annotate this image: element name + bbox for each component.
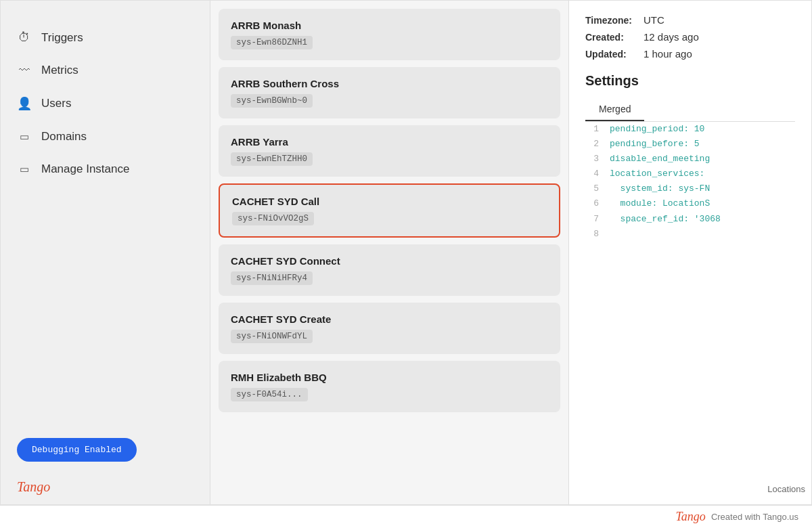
code-line-4: 4 location_services: bbox=[585, 167, 795, 181]
list-item-id: sys-FNiONWFdYL bbox=[231, 330, 313, 343]
line-code-7: space_ref_id: '3068 bbox=[610, 212, 721, 227]
code-line-1: 1 pending_period: 10 bbox=[585, 122, 795, 137]
timezone-value: UTC bbox=[644, 14, 664, 26]
line-code-4: location_services: bbox=[610, 167, 704, 181]
locations-label: Locations bbox=[767, 484, 805, 494]
list-item-title: ARRB Southern Cross bbox=[231, 78, 548, 89]
updated-label: Updated: bbox=[585, 49, 639, 60]
line-num-1: 1 bbox=[585, 122, 599, 137]
sidebar-footer: Debugging Enabled bbox=[1, 424, 210, 472]
sidebar-item-metrics-label: Metrics bbox=[41, 64, 78, 77]
footer-tango: Tango Created with Tango.us bbox=[676, 510, 798, 524]
line-num-7: 7 bbox=[585, 212, 599, 227]
line-code-3: disable_end_meeting bbox=[610, 152, 710, 167]
list-item-id: sys-Ewn86DZNH1 bbox=[231, 36, 313, 49]
list-item-arrb-southern-cross[interactable]: ARRB Southern Cross sys-EwnBGWnb~0 bbox=[219, 67, 560, 118]
line-num-3: 3 bbox=[585, 152, 599, 167]
tango-sidebar-logo: Tango bbox=[1, 472, 210, 504]
footer-bar: Tango Created with Tango.us bbox=[0, 505, 812, 528]
list-item-cachet-syd-call[interactable]: CACHET SYD Call sys-FNiOvVO2gS bbox=[219, 183, 560, 238]
list-item-id: sys-EwnBGWnb~0 bbox=[231, 94, 313, 108]
list-item-title: CACHET SYD Connect bbox=[231, 255, 548, 267]
manage-instance-icon: ▭ bbox=[17, 163, 32, 175]
sidebar: ⏱ Triggers 〰 Metrics 👤 Users ▭ Domains ▭… bbox=[1, 1, 210, 504]
list-item-id: sys-F0A54i... bbox=[231, 388, 308, 401]
code-line-5: 5 system_id: sys-FN bbox=[585, 181, 795, 196]
detail-meta: Timezone: UTC Created: 12 days ago Updat… bbox=[585, 14, 795, 60]
sidebar-item-manage-instance[interactable]: ▭ Manage Instance bbox=[1, 153, 210, 185]
list-item-title: RMH Elizabeth BBQ bbox=[231, 372, 548, 383]
line-num-4: 4 bbox=[585, 167, 599, 181]
code-block: 1 pending_period: 10 2 pending_before: 5… bbox=[585, 122, 795, 242]
main-content: ARRB Monash sys-Ewn86DZNH1 ARRB Southern… bbox=[210, 1, 811, 504]
code-line-6: 6 module: LocationS bbox=[585, 196, 795, 211]
list-item-cachet-syd-create[interactable]: CACHET SYD Create sys-FNiONWFdYL bbox=[219, 303, 560, 354]
list-item-rmh-elizabeth-bbq[interactable]: RMH Elizabeth BBQ sys-F0A54i... bbox=[219, 361, 560, 412]
list-item-title: CACHET SYD Create bbox=[231, 313, 548, 325]
line-num-8: 8 bbox=[585, 227, 599, 242]
list-item-arrb-yarra[interactable]: ARRB Yarra sys-EwnEhTZHH0 bbox=[219, 125, 560, 177]
list-item-title: CACHET SYD Call bbox=[232, 196, 547, 207]
line-code-2: pending_before: 5 bbox=[610, 137, 700, 152]
code-line-2: 2 pending_before: 5 bbox=[585, 137, 795, 152]
detail-panel: Timezone: UTC Created: 12 days ago Updat… bbox=[569, 1, 811, 504]
list-panel: ARRB Monash sys-Ewn86DZNH1 ARRB Southern… bbox=[210, 1, 569, 504]
sidebar-item-triggers-label: Triggers bbox=[41, 31, 83, 45]
created-row: Created: 12 days ago bbox=[585, 31, 795, 43]
users-icon: 👤 bbox=[17, 96, 32, 111]
updated-value: 1 hour ago bbox=[644, 48, 692, 60]
sidebar-item-manage-instance-label: Manage Instance bbox=[41, 162, 129, 176]
list-item-cachet-syd-connect[interactable]: CACHET SYD Connect sys-FNiNiHFRy4 bbox=[219, 244, 560, 296]
footer-tango-logo: Tango bbox=[676, 510, 706, 524]
code-line-3: 3 disable_end_meeting bbox=[585, 152, 795, 167]
created-label: Created: bbox=[585, 32, 639, 43]
code-line-7: 7 space_ref_id: '3068 bbox=[585, 212, 795, 227]
line-num-5: 5 bbox=[585, 181, 599, 196]
sidebar-item-metrics[interactable]: 〰 Metrics bbox=[1, 54, 210, 87]
domains-icon: ▭ bbox=[17, 131, 32, 143]
footer-created-with: Created with Tango.us bbox=[711, 512, 798, 522]
sidebar-nav: ⏱ Triggers 〰 Metrics 👤 Users ▭ Domains ▭… bbox=[1, 14, 210, 424]
debug-badge[interactable]: Debugging Enabled bbox=[17, 438, 137, 462]
timezone-label: Timezone: bbox=[585, 15, 639, 26]
updated-row: Updated: 1 hour ago bbox=[585, 48, 795, 60]
settings-title: Settings bbox=[585, 73, 795, 89]
triggers-icon: ⏱ bbox=[17, 30, 32, 45]
list-item-title: ARRB Yarra bbox=[231, 136, 548, 148]
tab-merged[interactable]: Merged bbox=[585, 98, 644, 121]
sidebar-item-triggers[interactable]: ⏱ Triggers bbox=[1, 21, 210, 54]
line-code-5: system_id: sys-FN bbox=[610, 181, 710, 196]
sidebar-item-domains[interactable]: ▭ Domains bbox=[1, 120, 210, 153]
line-code-6: module: LocationS bbox=[610, 196, 710, 211]
list-item-id: sys-FNiOvVO2gS bbox=[232, 212, 314, 225]
sidebar-item-users-label: Users bbox=[41, 97, 71, 110]
line-num-2: 2 bbox=[585, 137, 599, 152]
sidebar-item-domains-label: Domains bbox=[41, 130, 87, 144]
list-item-id: sys-EwnEhTZHH0 bbox=[231, 152, 313, 166]
code-line-8: 8 bbox=[585, 227, 795, 242]
list-item-id: sys-FNiNiHFRy4 bbox=[231, 271, 313, 285]
list-item-title: ARRB Monash bbox=[231, 20, 548, 31]
created-value: 12 days ago bbox=[644, 31, 699, 43]
line-num-6: 6 bbox=[585, 196, 599, 211]
line-code-1: pending_period: 10 bbox=[610, 122, 704, 137]
settings-tabs: Merged bbox=[585, 98, 795, 122]
metrics-icon: 〰 bbox=[17, 64, 32, 76]
sidebar-item-users[interactable]: 👤 Users bbox=[1, 87, 210, 120]
timezone-row: Timezone: UTC bbox=[585, 14, 795, 26]
list-item-arrb-monash[interactable]: ARRB Monash sys-Ewn86DZNH1 bbox=[219, 9, 560, 60]
